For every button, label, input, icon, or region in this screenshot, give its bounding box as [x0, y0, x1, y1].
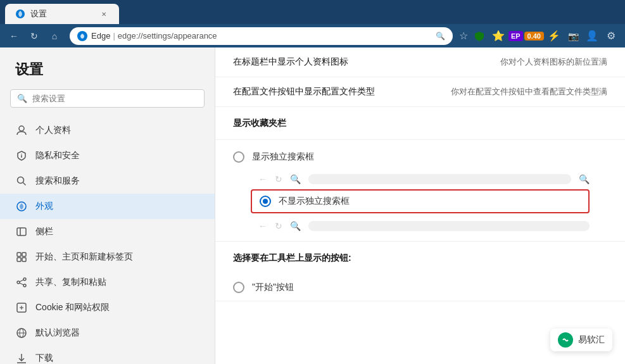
toolbar-start-radio[interactable] — [233, 282, 244, 293]
sidebar-item-sidebar-label: 侧栏 — [35, 226, 53, 237]
show-search-box-label: 显示独立搜索框 — [252, 151, 314, 163]
address-text: Edge | edge://settings/appearance — [91, 31, 217, 41]
sidebar-item-downloads-label: 下载 — [35, 353, 53, 364]
yiruanhui-watermark: 易软汇 — [550, 329, 612, 351]
browser-preview-2: ← ↻ 🔍 — [233, 216, 607, 239]
preview-search2-icon: 🔍 — [579, 174, 590, 184]
sidebar-item-privacy[interactable]: 隐私和安全 — [0, 143, 215, 168]
svg-point-5 — [18, 177, 24, 184]
tab-bar: 设置 ✕ — [0, 0, 625, 24]
settings-icon-btn[interactable]: ⚙ — [602, 27, 620, 45]
hide-search-box-option[interactable]: 不显示独立搜索框 — [251, 189, 590, 213]
svg-line-6 — [23, 183, 26, 185]
sidebar: 设置 🔍 个人资料 隐私和安全 搜索和服务 — [0, 47, 215, 364]
preview-refresh-icon: ↻ — [275, 174, 282, 184]
sidebar-item-profile-label: 个人资料 — [35, 125, 71, 136]
svg-line-17 — [20, 280, 23, 282]
address-url: edge://settings/appearance — [118, 31, 217, 41]
svg-point-15 — [17, 281, 20, 284]
screenshot-icon-btn[interactable]: 📷 — [564, 27, 582, 45]
sidebar-item-profile[interactable]: 个人资料 — [0, 118, 215, 143]
address-search-icon: 🔍 — [436, 32, 445, 41]
cookies-nav-icon — [15, 301, 28, 314]
toolbar-start-option[interactable]: "开始"按钮 — [233, 282, 294, 293]
search-box-options: 显示独立搜索框 ← ↻ 🔍 🔍 不显示独立搜索框 ← ↻ 🔍 — [215, 140, 625, 241]
search-input[interactable] — [32, 94, 198, 103]
toolbar-right: ⭐ EP 0.40 ⚡ 📷 👤 ⚙ — [470, 27, 620, 45]
bookmarks-bar-section: 显示收藏夹栏 — [215, 107, 625, 140]
active-tab[interactable]: 设置 ✕ — [5, 4, 119, 24]
profile-type-row: 在配置文件按钮中显示配置文件类型 你对在配置文件按钮中查看配置文件类型满 — [215, 77, 625, 107]
sidebar-item-share[interactable]: 共享、复制和粘贴 — [0, 270, 215, 295]
sidebar-item-search-label: 搜索和服务 — [35, 175, 80, 187]
toolbar-section-title: 选择要在工具栏上显示的按钮: — [233, 253, 351, 263]
sidebar-item-startup[interactable]: 开始、主页和新建标签页 — [0, 244, 215, 270]
profile-nav-icon — [15, 124, 28, 137]
hide-search-box-radio[interactable] — [260, 196, 271, 207]
search-nav-icon — [15, 175, 28, 187]
favorite-icon[interactable]: ☆ — [459, 30, 468, 42]
show-search-box-option[interactable]: 显示独立搜索框 — [233, 145, 607, 169]
sidebar-item-browser-label: 默认浏览器 — [35, 327, 80, 339]
sidebar-item-cookies[interactable]: Cookie 和网站权限 — [0, 295, 215, 320]
shield-icon-btn[interactable] — [470, 27, 488, 45]
toolbar: ← ↻ ⌂ Edge | edge://settings/appearance … — [0, 24, 625, 47]
browser-preview-1: ← ↻ 🔍 🔍 — [233, 169, 607, 187]
privacy-nav-icon — [15, 149, 28, 162]
sidebar-item-privacy-label: 隐私和安全 — [35, 150, 80, 161]
yiruanhui-logo — [558, 332, 573, 348]
search-box[interactable]: 🔍 — [10, 89, 205, 108]
sidebar-item-search[interactable]: 搜索和服务 — [0, 168, 215, 194]
svg-line-18 — [20, 283, 23, 285]
yiruanhui-text: 易软汇 — [578, 334, 605, 346]
back-button[interactable]: ← — [5, 27, 23, 45]
svg-point-2 — [19, 126, 24, 131]
profile-icon-btn[interactable]: 👤 — [583, 27, 601, 45]
toolbar-section: 选择要在工具栏上显示的按钮: — [215, 241, 625, 274]
sidebar-item-share-label: 共享、复制和粘贴 — [35, 277, 106, 288]
profile-type-label: 在配置文件按钮中显示配置文件类型 — [233, 86, 375, 97]
lightning-icon-btn[interactable]: ⚡ — [545, 27, 563, 45]
preview-back-icon: ← — [258, 174, 267, 184]
bookmarks-bar-title: 显示收藏夹栏 — [233, 118, 286, 128]
main-container: 设置 🔍 个人资料 隐私和安全 搜索和服务 — [0, 47, 625, 364]
appearance-nav-icon — [15, 200, 28, 213]
sidebar-item-appearance-label: 外观 — [35, 201, 53, 212]
downloads-nav-icon — [15, 352, 28, 364]
preview-search-icon: 🔍 — [290, 174, 301, 184]
show-search-box-radio[interactable] — [233, 151, 244, 163]
profile-icon-row: 在标题栏中显示个人资料图标 你对个人资料图标的新位置满 — [215, 47, 625, 77]
sidebar-item-cookies-label: Cookie 和网站权限 — [35, 302, 110, 313]
sidebar-item-default-browser[interactable]: 默认浏览器 — [0, 320, 215, 346]
toolbar-start-label: "开始"按钮 — [252, 282, 294, 293]
default-browser-nav-icon — [15, 327, 28, 339]
svg-rect-8 — [17, 228, 26, 235]
sidebar-item-appearance[interactable]: 外观 — [0, 194, 215, 219]
svg-rect-10 — [17, 253, 21, 256]
ep-badge[interactable]: EP — [508, 31, 523, 41]
content-area: 在标题栏中显示个人资料图标 你对个人资料图标的新位置满 在配置文件按钮中显示配置… — [215, 47, 625, 364]
preview2-back-icon: ← — [258, 221, 267, 231]
search-box-icon: 🔍 — [17, 94, 27, 103]
sidebar-nav-icon — [15, 225, 28, 238]
svg-point-14 — [23, 278, 26, 280]
sidebar-item-downloads[interactable]: 下载 — [0, 346, 215, 364]
sidebar-item-sidebar[interactable]: 侧栏 — [0, 219, 215, 244]
browser-chrome: 设置 ✕ ← ↻ ⌂ Edge | edge://settings/appear… — [0, 0, 625, 47]
preview2-refresh-icon: ↻ — [275, 221, 282, 231]
sidebar-item-startup-label: 开始、主页和新建标签页 — [35, 251, 133, 263]
address-separator: | — [113, 31, 115, 41]
tab-label: 设置 — [30, 8, 94, 20]
startup-nav-icon — [15, 251, 28, 263]
refresh-button[interactable]: ↻ — [25, 27, 43, 45]
tab-close-button[interactable]: ✕ — [99, 9, 109, 19]
svg-rect-12 — [17, 258, 21, 261]
svg-rect-11 — [22, 253, 26, 256]
edge-icon — [77, 31, 87, 41]
collections-icon-btn[interactable]: ⭐ — [489, 27, 507, 45]
home-button[interactable]: ⌂ — [46, 27, 63, 45]
preview2-search-icon: 🔍 — [290, 221, 301, 231]
svg-point-4 — [21, 154, 22, 155]
address-bar[interactable]: Edge | edge://settings/appearance 🔍 — [70, 27, 453, 45]
address-brand: Edge — [91, 31, 110, 41]
